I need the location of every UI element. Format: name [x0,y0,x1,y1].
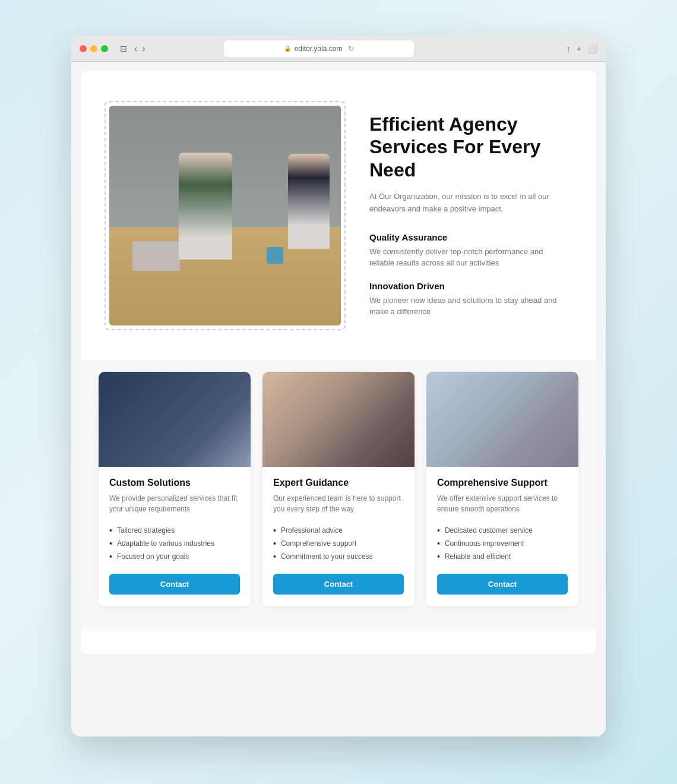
card-list-3: Dedicated customer service Continuous im… [437,524,568,563]
card-title-1: Custom Solutions [109,478,240,488]
card-title-2: Expert Guidance [273,478,404,488]
minimize-button[interactable] [90,45,97,52]
card-expert-guidance: Expert Guidance Our experienced team is … [262,372,415,606]
card-desc-2: Our experienced team is here to support … [273,493,404,514]
maximize-button[interactable] [101,45,108,52]
list-item: Comprehensive support [273,537,404,550]
hero-text: Efficient AgencyServices For Every Need … [369,101,567,330]
list-item: Professional advice [273,524,404,537]
lock-icon: 🔒 [284,45,291,52]
list-item: Adaptable to various industries [109,537,240,550]
contact-button-3[interactable]: Contact [437,574,568,595]
extensions-icon[interactable]: ⬜ [587,44,597,53]
card-image-2 [262,372,415,467]
address-bar[interactable]: 🔒 editor.yola.com ↻ [224,40,414,57]
feature-title-2: Innovation Driven [369,281,567,291]
feature-desc-1: We consistently deliver top-notch perfor… [369,246,567,269]
add-tab-icon[interactable]: + [577,44,581,53]
browser-window: ⊟ ‹ › 🔒 editor.yola.com ↻ ↑ + ⬜ [71,36,606,736]
traffic-lights [80,45,108,52]
card-desc-3: We offer extensive support services to e… [437,493,568,514]
feature-innovation-driven: Innovation Driven We pioneer new ideas a… [369,281,567,318]
forward-button[interactable]: › [142,43,145,54]
hero-subtitle: At Our Organization, our mission is to e… [369,191,567,216]
list-item: Commitment to your success [273,550,404,563]
browser-toolbar: ⊟ ‹ › 🔒 editor.yola.com ↻ ↑ + ⬜ [71,36,606,62]
list-item: Dedicated customer service [437,524,568,537]
url-text: editor.yola.com [295,45,343,53]
toolbar-right-icons: ↑ + ⬜ [567,44,597,53]
card-title-3: Comprehensive Support [437,478,568,488]
sidebar-toggle-icon[interactable]: ⊟ [118,43,129,55]
list-item: Reliable and efficient [437,550,568,563]
contact-button-1[interactable]: Contact [109,574,240,595]
hero-section: Efficient AgencyServices For Every Need … [81,71,596,360]
cards-section: Custom Solutions We provide personalized… [81,360,596,630]
list-item: Tailored strategies [109,524,240,537]
cards-grid: Custom Solutions We provide personalized… [99,372,578,606]
card-comprehensive-support: Comprehensive Support We offer extensive… [426,372,578,606]
feature-quality-assurance: Quality Assurance We consistently delive… [369,232,567,269]
hero-image-container [105,101,346,330]
feature-title-1: Quality Assurance [369,232,567,242]
card-list-1: Tailored strategies Adaptable to various… [109,524,240,563]
close-button[interactable] [80,45,87,52]
card-image-3 [426,372,578,467]
card-custom-solutions: Custom Solutions We provide personalized… [99,372,251,606]
contact-button-2[interactable]: Contact [273,574,404,595]
card-body-3: Comprehensive Support We offer extensive… [426,467,578,606]
card-desc-1: We provide personalized services that fi… [109,493,240,514]
card-body-1: Custom Solutions We provide personalized… [99,467,251,606]
list-item: Continuous improvement [437,537,568,550]
reload-icon: ↻ [348,45,354,53]
hero-title: Efficient AgencyServices For Every Need [369,113,567,181]
list-item: Focused on your goals [109,550,240,563]
feature-desc-2: We pioneer new ideas and solutions to st… [369,295,567,318]
card-body-2: Expert Guidance Our experienced team is … [262,467,415,606]
card-image-1 [99,372,251,467]
share-icon[interactable]: ↑ [567,44,571,53]
hero-image-border [105,101,346,330]
hero-image [109,106,341,325]
hero-image-scene [109,106,341,325]
card-list-2: Professional advice Comprehensive suppor… [273,524,404,563]
page-content: Efficient AgencyServices For Every Need … [81,71,596,654]
back-button[interactable]: ‹ [134,43,137,54]
